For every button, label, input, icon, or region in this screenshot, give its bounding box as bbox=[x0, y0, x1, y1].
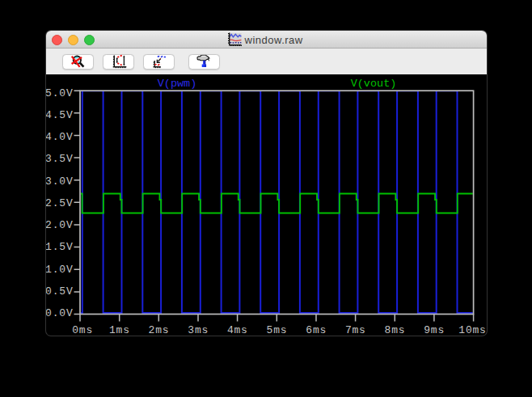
svg-text:1.0V: 1.0V bbox=[46, 264, 74, 276]
svg-text:9ms: 9ms bbox=[424, 324, 445, 336]
svg-text:V(pwm): V(pwm) bbox=[158, 78, 197, 90]
svg-text:0.0V: 0.0V bbox=[46, 307, 74, 319]
svg-text:2.0V: 2.0V bbox=[46, 219, 74, 231]
svg-text:4.5V: 4.5V bbox=[46, 109, 74, 121]
svg-text:3.5V: 3.5V bbox=[46, 153, 74, 165]
svg-text:8ms: 8ms bbox=[385, 324, 406, 336]
svg-text:0.5V: 0.5V bbox=[46, 285, 74, 298]
svg-text:10ms: 10ms bbox=[458, 324, 486, 336]
svg-text:V(vout): V(vout) bbox=[351, 78, 397, 90]
svg-text:5.0V: 5.0V bbox=[46, 87, 74, 99]
svg-text:1ms: 1ms bbox=[109, 324, 130, 336]
svg-text:0ms: 0ms bbox=[72, 324, 93, 336]
svg-text:4ms: 4ms bbox=[227, 324, 248, 336]
svg-text:2ms: 2ms bbox=[149, 324, 170, 336]
svg-text:1.5V: 1.5V bbox=[46, 241, 74, 253]
svg-text:3.0V: 3.0V bbox=[46, 175, 74, 188]
svg-text:5ms: 5ms bbox=[267, 324, 288, 336]
svg-text:6ms: 6ms bbox=[306, 324, 327, 336]
svg-text:7ms: 7ms bbox=[345, 324, 366, 336]
svg-text:4.0V: 4.0V bbox=[46, 131, 74, 143]
svg-text:3ms: 3ms bbox=[188, 324, 209, 336]
svg-text:2.5V: 2.5V bbox=[46, 197, 74, 209]
